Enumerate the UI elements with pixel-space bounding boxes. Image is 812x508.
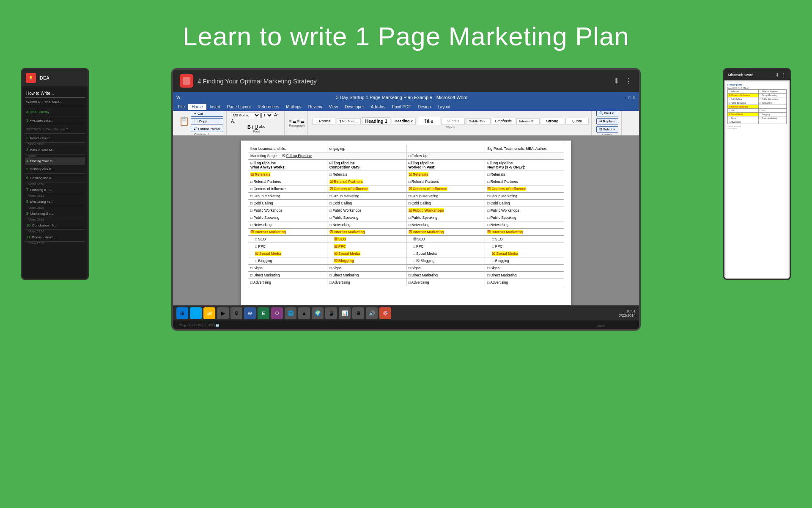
table-row: □ Centers of Influence ☒ Centers of Infl… bbox=[248, 185, 564, 193]
media-player-button[interactable]: ▶ bbox=[217, 307, 229, 319]
list-item[interactable]: 9Marketing Go... bbox=[25, 209, 85, 218]
home-button[interactable]: ⌂ bbox=[406, 327, 410, 331]
font-shrink-icon[interactable]: A↓ bbox=[231, 119, 236, 124]
menu-review[interactable]: Review bbox=[305, 104, 326, 110]
menu-references[interactable]: References bbox=[254, 104, 283, 110]
list-item[interactable]: 6Defining the K... bbox=[25, 174, 85, 182]
bold-button[interactable]: B bbox=[247, 124, 251, 130]
table-cell: □ PPC bbox=[485, 243, 564, 250]
table-cell: ☒ Centers of Influence bbox=[406, 185, 485, 193]
list-item[interactable]: 8Evaluating Yo... bbox=[25, 197, 85, 206]
cut-button[interactable]: ✂ Cut bbox=[191, 111, 223, 117]
list-item[interactable]: 2Introduction t... bbox=[25, 134, 85, 143]
table-row: their business and life. engaging. Big P… bbox=[248, 145, 564, 152]
find-button[interactable]: 🔍 Find ▾ bbox=[596, 111, 619, 116]
more-options-icon[interactable]: ⋮ bbox=[625, 76, 632, 86]
menu-developer[interactable]: Developer bbox=[341, 104, 368, 110]
folder-button[interactable]: 📁 bbox=[203, 307, 215, 319]
list-item[interactable]: 11Bonus - How t... bbox=[25, 233, 85, 242]
onenote-taskbar-button[interactable]: O bbox=[271, 307, 283, 319]
table-cell: □ Referrals bbox=[485, 171, 564, 178]
table-row: □ Public Speaking □ Public Speaking □ Pu… bbox=[248, 214, 564, 221]
table-cell: □ Referrals bbox=[327, 171, 406, 178]
start-button[interactable]: ⊞ bbox=[176, 307, 188, 319]
table-cell: ☒ SEO bbox=[406, 236, 485, 243]
task4-button[interactable]: 🖥 bbox=[352, 307, 364, 319]
task2-button[interactable]: 📱 bbox=[325, 307, 337, 319]
table-cell: □ Direct Marketing bbox=[406, 272, 485, 279]
excel-taskbar-button[interactable]: E bbox=[258, 307, 269, 319]
table-cell: □ Public Speaking bbox=[248, 214, 327, 221]
justify-button[interactable]: ☰ bbox=[301, 119, 304, 124]
list-item-active[interactable]: 4Finding Your O... bbox=[25, 157, 85, 165]
menu-file[interactable]: File bbox=[175, 104, 188, 110]
style-quote[interactable]: Quote bbox=[565, 118, 589, 124]
style-heading2[interactable]: Heading 2 bbox=[392, 118, 416, 124]
list-item[interactable]: 10Conclusion - N... bbox=[25, 221, 85, 230]
list-item[interactable]: 7Planning a 'Ki... bbox=[25, 185, 85, 194]
table-cell: □ Advertising bbox=[406, 279, 485, 286]
italic-button[interactable]: I bbox=[252, 124, 253, 130]
stage-label: Marketing Stage: bbox=[250, 154, 277, 158]
menu-home[interactable]: Home bbox=[188, 104, 206, 110]
style-heading1[interactable]: Heading 1 bbox=[362, 117, 390, 125]
menu-view[interactable]: View bbox=[326, 104, 342, 110]
download-icon[interactable]: ⬇ bbox=[613, 76, 620, 86]
table-cell: □ SEO bbox=[485, 236, 564, 243]
style-strong[interactable]: Strong bbox=[541, 118, 564, 124]
replace-button[interactable]: ⇄ Replace bbox=[596, 118, 619, 124]
align-right-button[interactable]: ≡ bbox=[297, 119, 300, 124]
format-painter-button[interactable]: 🖌 Format Painter bbox=[191, 126, 223, 132]
underline-button[interactable]: U bbox=[255, 124, 258, 130]
browser-button[interactable]: 🌍 bbox=[312, 307, 324, 319]
menu-mailings[interactable]: Mailings bbox=[283, 104, 305, 110]
style-title[interactable]: Title bbox=[417, 117, 440, 125]
menu-page-layout[interactable]: Page Layout bbox=[224, 104, 254, 110]
paste-icon[interactable]: 📋 bbox=[179, 116, 189, 126]
style-no-spacing[interactable]: ¶ No Spac... bbox=[337, 118, 361, 124]
ribbon-styles: 1 Normal ¶ No Spac... Heading 1 Heading … bbox=[310, 111, 592, 135]
table-cell: □ Cold Calling bbox=[406, 200, 485, 207]
style-emphasis[interactable]: Emphasis bbox=[492, 118, 515, 124]
table-cell: □ Networking bbox=[485, 221, 564, 229]
menu-layout[interactable]: Layout bbox=[434, 104, 454, 110]
ie-button[interactable]: 🌐 bbox=[190, 307, 202, 319]
right-panel-more-icon[interactable]: ⋮ bbox=[781, 72, 786, 78]
table-cell: ☒ Referrals bbox=[248, 171, 327, 178]
settings-button[interactable]: ⚙ bbox=[230, 307, 242, 319]
copy-button[interactable]: 📄 Copy bbox=[191, 118, 223, 124]
menu-insert[interactable]: Insert bbox=[206, 104, 224, 110]
task5-button[interactable]: 🔊 bbox=[366, 307, 378, 319]
task6-button[interactable]: 🎯 bbox=[379, 307, 391, 319]
menu-design[interactable]: Design bbox=[414, 104, 434, 110]
align-left-button[interactable]: ≡ bbox=[289, 119, 292, 124]
strikethrough-button[interactable]: abc bbox=[259, 124, 266, 130]
list-item[interactable]: 5Setting Your K... bbox=[25, 165, 85, 174]
style-intense-e[interactable]: Intense E... bbox=[516, 118, 540, 124]
style-normal[interactable]: 1 Normal bbox=[312, 118, 335, 124]
table-cell: □ Public Speaking bbox=[485, 214, 564, 221]
menu-foxit[interactable]: Foxit PDF bbox=[389, 104, 414, 110]
style-subtle-em[interactable]: Subtle Em... bbox=[466, 118, 491, 124]
table-row: □ Public Speaking□ Networking bbox=[728, 101, 787, 105]
style-subtitle[interactable]: Subtitle bbox=[442, 118, 465, 124]
select-button[interactable]: ⊡ Select ▾ bbox=[596, 126, 619, 133]
list-item[interactable]: 3Who is Your M... bbox=[25, 146, 85, 155]
word-taskbar-button[interactable]: W bbox=[244, 307, 256, 319]
font-family-select[interactable]: MS Gothic bbox=[231, 113, 261, 118]
right-panel-download-icon[interactable]: ⬇ bbox=[775, 72, 779, 78]
drive-button[interactable]: ▲ bbox=[298, 307, 310, 319]
back-button[interactable]: ← bbox=[363, 326, 372, 331]
table-cell: their business and life. bbox=[248, 145, 327, 152]
font-grow-icon[interactable]: A↑ bbox=[274, 113, 279, 118]
chrome-button[interactable]: 🌐 bbox=[285, 307, 296, 319]
list-item[interactable]: 1***Claim Your... bbox=[25, 116, 85, 125]
align-center-button[interactable]: ☰ bbox=[293, 119, 296, 124]
recents-button[interactable]: ⊡ bbox=[444, 328, 449, 331]
task3-button[interactable]: 📊 bbox=[339, 307, 351, 319]
table-row: ☒ Centers of Influence□ Group Marketing bbox=[728, 94, 787, 97]
menu-add-ins[interactable]: Add-Ins bbox=[368, 104, 389, 110]
font-size-select[interactable]: 11 bbox=[261, 113, 273, 118]
filling-pipeline-checkbox: ☒ Filling Pipeline bbox=[282, 154, 312, 158]
main-device: 4 Finding Your Optimal Marketing Strateg… bbox=[171, 68, 641, 331]
